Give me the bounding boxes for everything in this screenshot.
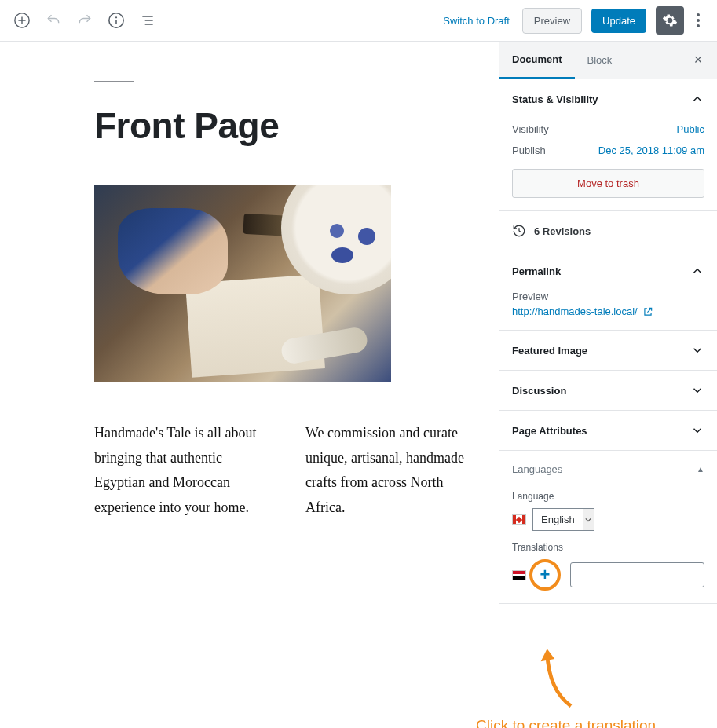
settings-button[interactable] [656, 6, 684, 35]
permalink-url-text: http://handmades-tale.local/ [512, 305, 638, 317]
external-link-icon [642, 306, 653, 317]
panel-title-status: Status & Visibility [512, 93, 598, 105]
hero-image[interactable] [94, 185, 391, 382]
visibility-value-link[interactable]: Public [677, 123, 704, 135]
panel-permalink: Permalink Preview http://handmades-tale.… [499, 251, 717, 331]
language-label: Language [512, 491, 704, 502]
chevron-up-icon [690, 92, 704, 106]
close-icon: × [694, 52, 703, 68]
preview-button[interactable]: Preview [522, 8, 582, 34]
plus-circle-icon [13, 12, 31, 29]
plus-icon: + [540, 565, 551, 585]
chevron-down-icon [690, 383, 704, 397]
undo-icon [46, 13, 61, 28]
annotation-text: Click to create a translation [476, 717, 656, 728]
kebab-icon [697, 13, 700, 27]
switch-to-draft-button[interactable]: Switch to Draft [433, 9, 519, 33]
language-select[interactable]: English [532, 508, 594, 531]
page-title[interactable]: Front Page [94, 104, 485, 147]
panel-title-languages: Languages [512, 463, 562, 475]
caret-down-icon [585, 517, 591, 523]
svg-point-3 [697, 13, 700, 16]
panel-head-permalink[interactable]: Permalink [499, 251, 717, 291]
panel-head-status[interactable]: Status & Visibility [499, 79, 717, 119]
sidebar-tabs: Document Block × [499, 42, 717, 79]
chevron-down-icon [690, 343, 704, 357]
panel-featured-image: Featured Image [499, 331, 717, 371]
flag-canada-icon [512, 514, 526, 525]
language-row: English [512, 508, 704, 531]
editor-toolbar: Switch to Draft Preview Update [0, 0, 717, 42]
language-select-caret[interactable] [583, 508, 594, 531]
undo-button[interactable] [39, 6, 68, 35]
panel-head-featured-image[interactable]: Featured Image [499, 331, 717, 370]
update-button[interactable]: Update [591, 9, 646, 33]
publish-row: Publish Dec 25, 2018 11:09 am [512, 140, 704, 161]
panel-languages: Languages ▲ Language English [499, 451, 717, 604]
revisions-label: 6 Revisions [534, 225, 591, 237]
permalink-url-link[interactable]: http://handmades-tale.local/ [512, 305, 653, 317]
history-icon [512, 224, 526, 238]
visibility-row: Visibility Public [512, 119, 704, 140]
permalink-preview-label: Preview [512, 291, 704, 302]
add-translation-button[interactable]: + [529, 559, 561, 591]
panel-title-featured-image: Featured Image [512, 345, 587, 357]
column-1[interactable]: Handmade's Tale is all about bringing th… [94, 421, 274, 520]
tab-document[interactable]: Document [499, 42, 575, 79]
svg-point-5 [697, 24, 700, 27]
panel-discussion: Discussion [499, 371, 717, 411]
content-structure-button[interactable] [102, 6, 130, 35]
info-icon [108, 12, 125, 29]
move-to-trash-button[interactable]: Move to trash [512, 169, 704, 198]
revisions-row[interactable]: 6 Revisions [499, 211, 717, 251]
panel-title-permalink: Permalink [512, 265, 561, 277]
redo-icon [77, 13, 93, 28]
chevron-down-icon [690, 423, 704, 437]
translations-label: Translations [512, 542, 704, 553]
publish-label: Publish [512, 145, 546, 156]
more-options-button[interactable] [687, 6, 709, 35]
panel-head-discussion[interactable]: Discussion [499, 371, 717, 410]
panel-head-languages[interactable]: Languages ▲ [499, 451, 717, 488]
language-select-value: English [532, 508, 583, 531]
column-2[interactable]: We commission and curate unique, artisan… [305, 421, 485, 520]
svg-point-2 [115, 16, 117, 18]
flag-egypt-icon [512, 570, 526, 580]
translation-row: + [512, 559, 704, 591]
panel-page-attributes: Page Attributes [499, 411, 717, 451]
add-block-button[interactable] [8, 6, 36, 35]
panel-title-discussion: Discussion [512, 385, 566, 397]
visibility-label: Visibility [512, 123, 549, 135]
block-navigation-button[interactable] [134, 6, 162, 35]
panel-status-visibility: Status & Visibility Visibility Public Pu… [499, 79, 717, 211]
close-sidebar-button[interactable]: × [684, 52, 712, 68]
settings-sidebar: Document Block × Status & Visibility Vis… [499, 42, 717, 728]
outline-icon [140, 13, 155, 28]
editor-canvas[interactable]: Front Page Handmade's Tale is all about … [0, 42, 499, 728]
panel-head-page-attributes[interactable]: Page Attributes [499, 411, 717, 450]
tab-block[interactable]: Block [575, 42, 625, 79]
redo-button[interactable] [71, 6, 99, 35]
caret-up-icon: ▲ [697, 465, 704, 474]
translation-input[interactable] [570, 562, 704, 587]
gear-icon [662, 13, 678, 28]
columns-block[interactable]: Handmade's Tale is all about bringing th… [94, 421, 485, 520]
panel-title-page-attributes: Page Attributes [512, 425, 587, 437]
title-divider [94, 81, 134, 82]
chevron-up-icon [690, 264, 704, 278]
svg-point-4 [697, 19, 700, 22]
publish-date-link[interactable]: Dec 25, 2018 11:09 am [598, 145, 704, 156]
